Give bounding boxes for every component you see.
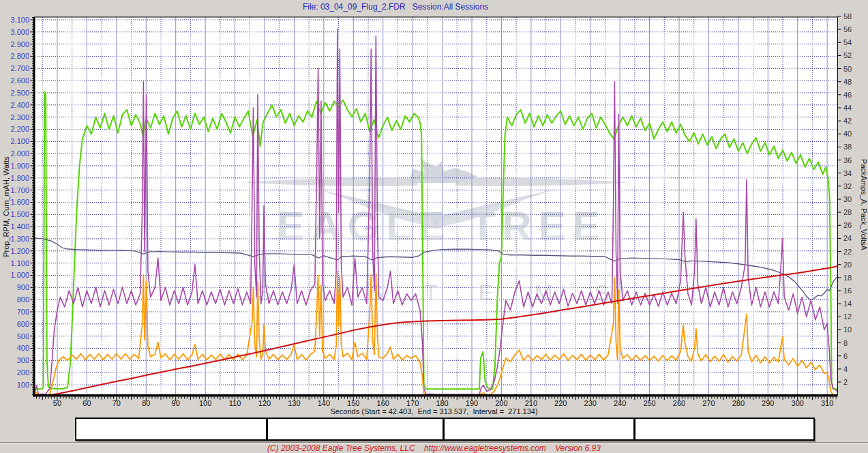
y-axis-right-tick-label: 30 xyxy=(843,195,852,203)
y-axis-left-tick-label: 2.400 xyxy=(10,101,29,109)
y-axis-right-tick-label: 44 xyxy=(843,104,852,112)
x-axis-tick-label: 210 xyxy=(525,399,537,407)
y-axis-left-tick-label: 500 xyxy=(17,332,29,340)
y-axis-left-tick-label: 1.200 xyxy=(10,247,29,255)
x-axis-tick-label: 50 xyxy=(53,399,61,407)
y-axis-left-tick-label: 1.300 xyxy=(10,235,29,243)
y-axis-left-tick-label: 1.800 xyxy=(10,174,29,182)
y-axis-right-tick-label: 4 xyxy=(843,365,848,373)
y-axis-left-tick-label: 200 xyxy=(17,368,29,377)
x-axis-tick-label: 80 xyxy=(142,399,150,407)
x-axis-tick-label: 60 xyxy=(83,399,91,407)
y-axis-left-tick-label: 2.800 xyxy=(10,52,29,60)
y-axis-left-tick-label: 1.000 xyxy=(10,271,29,279)
x-axis-tick-label: 150 xyxy=(347,399,359,407)
y-axis-left-tick-label: 1.500 xyxy=(10,210,29,218)
x-axis-tick-label: 100 xyxy=(199,399,211,407)
copyright-footer: (C) 2003-2008 Eagle Tree Systems, LLC ht… xyxy=(0,442,868,453)
x-axis-tick-label: 110 xyxy=(229,399,241,407)
y-axis-right-tick-label: 40 xyxy=(843,130,852,138)
stats-cell-watts: Watts: Min 14.02 Max 1031.90 Avg 319.90 xyxy=(445,419,633,439)
y-axis-right-tick-label: 36 xyxy=(843,156,852,164)
stats-cell-cum-mah: Cum_mAH: Min 6.00 Max 1074.00 Avg 549.62 xyxy=(635,419,813,439)
x-axis-tick-label: 270 xyxy=(702,399,715,407)
x-axis-tick-label: 70 xyxy=(113,399,121,407)
stats-cell-packamps: PackAmps_A: Min 0.12 Max 55.96 Avg 15.49 xyxy=(268,419,443,439)
y-axis-right-tick-label: 52 xyxy=(843,51,852,59)
chart-svg: EAGLE TREE S Y S T E M S 100200300400500… xyxy=(0,0,868,418)
y-axis-right-tick-label: 54 xyxy=(843,38,852,46)
y-axis-left-tick-label: 1.700 xyxy=(10,186,29,194)
y-axis-right-tick-label: 50 xyxy=(843,65,852,73)
y-axis-left-tick-label: 900 xyxy=(17,283,29,291)
x-axis-tick-label: 180 xyxy=(436,399,448,407)
watermark: EAGLE TREE S Y S T E M S xyxy=(247,160,627,305)
x-axis-tick-label: 250 xyxy=(643,399,655,407)
y-axis-left-tick-label: 2.500 xyxy=(10,89,29,97)
x-axis-tick-label: 240 xyxy=(614,399,626,407)
x-axis-tick-label: 170 xyxy=(406,399,419,407)
x-axis-tick-label: 260 xyxy=(673,399,685,407)
y-axis-right-tick-label: 8 xyxy=(843,339,848,347)
y-axis-right-tick-label: 58 xyxy=(843,12,852,20)
y-axis-right-tick-label: 24 xyxy=(843,234,852,242)
x-axis-line xyxy=(33,395,838,397)
y-axis-right-tick-label: 46 xyxy=(843,91,852,99)
y-axis-right-tick-label: 18 xyxy=(843,274,852,282)
x-axis-tick-label: 160 xyxy=(377,399,389,407)
y-axis-right-tick-label: 2 xyxy=(843,378,848,386)
y-axis-left-tick-label: 2.600 xyxy=(10,76,29,85)
x-axis-tick-label: 120 xyxy=(258,399,271,407)
y-axis-right-tick-label: 12 xyxy=(843,312,852,321)
y-axis-left-title: Prop_RPM, Cum_mAH, Watts xyxy=(2,156,10,257)
y-axis-left-tick-label: 1.600 xyxy=(10,198,29,206)
x-axis-tick-label: 290 xyxy=(762,399,774,407)
y-axis-right-tick-label: 32 xyxy=(843,182,852,190)
y-axis-left-tick-label: 1.900 xyxy=(10,162,29,170)
y-axis-right-tick-label: 48 xyxy=(843,78,852,86)
y-axis-right-title: PackAmps_A, Pack_VoltsA xyxy=(860,159,868,251)
watermark-text-line2: S Y S T E M S xyxy=(257,280,627,305)
y-axis-right-tick-label: 26 xyxy=(843,221,852,229)
y-axis-left-tick-label: 2.200 xyxy=(10,125,29,133)
y-axis-right-tick-label: 56 xyxy=(843,25,852,33)
app-window: File: 03_04_09_Flug_2.FDR Session:All Se… xyxy=(0,0,868,453)
x-axis-tick-label: 200 xyxy=(495,399,507,407)
y-axis-right-tick-label: 16 xyxy=(843,287,852,295)
x-axis-tick-label: 300 xyxy=(792,399,804,407)
y-axis-left-tick-label: 3.100 xyxy=(10,16,29,24)
y-axis-left-tick-label: 400 xyxy=(17,344,29,352)
x-axis-tick-label: 90 xyxy=(172,399,180,407)
y-axis-left-tick-label: 2.300 xyxy=(10,113,29,121)
y-axis-left-tick-label: 1.400 xyxy=(10,222,29,231)
y-axis-right-tick-label: 34 xyxy=(843,169,852,177)
x-axis-tick-label: 140 xyxy=(318,399,330,407)
x-axis-tick-label: 130 xyxy=(288,399,300,407)
y-axis-right-tick-label: 28 xyxy=(843,208,852,216)
y-axis-left-tick-label: 300 xyxy=(17,356,29,364)
watermark-text-line1: EAGLE TREE xyxy=(277,203,606,249)
x-axis-title: Seconds (Start = 42.403, End = 313.537, … xyxy=(0,407,868,415)
y-axis-right-tick-label: 20 xyxy=(843,261,852,269)
x-axis-tick-label: 220 xyxy=(554,399,567,407)
x-axis-tick-label: 190 xyxy=(466,399,478,407)
y-axis-right-tick-label: 38 xyxy=(843,143,852,151)
y-axis-left-tick-label: 600 xyxy=(17,320,29,328)
y-axis-left-tick-label: 2.100 xyxy=(10,137,29,145)
y-axis-left-tick-label: 2.700 xyxy=(10,64,29,72)
y-axis-left-tick-label: 2.900 xyxy=(10,40,29,48)
stats-panel: Pack_VoltsA: Min 14.58 Max 24.07 Avg 20.… xyxy=(75,418,815,441)
y-axis-left-tick-label: 2.000 xyxy=(10,149,29,158)
y-axis-left-tick-label: 3.000 xyxy=(10,28,29,36)
y-axis-right-tick-label: 14 xyxy=(843,299,852,308)
y-axis-right-tick-label: 22 xyxy=(843,248,852,256)
stats-cell-volts-rpm: Pack_VoltsA: Min 14.58 Max 24.07 Avg 20.… xyxy=(76,419,266,439)
x-axis-tick-label: 230 xyxy=(584,399,597,407)
y-axis-left-tick-label: 100 xyxy=(17,381,29,389)
y-axis-right-tick-label: 6 xyxy=(843,352,848,360)
y-axis-right-tick-label: 42 xyxy=(843,117,852,125)
y-axis-left-tick-label: 1.100 xyxy=(10,259,29,267)
y-axis-left-tick-label: 700 xyxy=(17,308,29,316)
x-axis-tick-label: 280 xyxy=(732,399,745,407)
y-axis-right-tick-label: 10 xyxy=(843,325,852,334)
